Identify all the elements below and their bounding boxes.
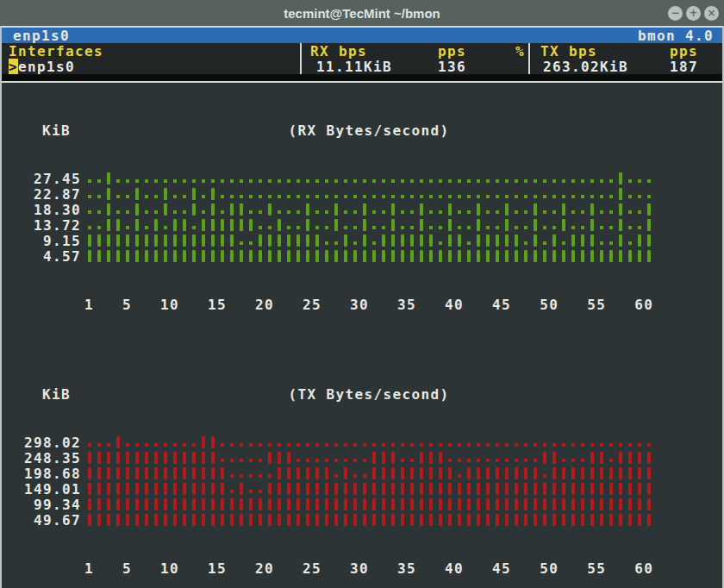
bar-cell xyxy=(473,497,483,512)
bar-cell xyxy=(644,450,653,466)
bar-cell xyxy=(132,466,141,481)
dot-cell xyxy=(227,450,236,466)
y-tick-label: 4.57 xyxy=(7,248,81,265)
dot-cell xyxy=(151,186,160,202)
bar-cell xyxy=(340,512,350,528)
bar-cell xyxy=(274,248,284,264)
dot-cell xyxy=(274,202,284,217)
selection-cursor: > xyxy=(9,59,18,74)
dot-cell xyxy=(625,186,634,202)
dot-cell xyxy=(350,171,359,186)
bar-cell xyxy=(559,512,568,528)
dot-cell xyxy=(350,186,359,202)
dot-cell xyxy=(84,202,94,217)
close-button[interactable]: × xyxy=(704,6,719,21)
bar-cell xyxy=(445,512,454,528)
bar-cell xyxy=(122,233,132,248)
dot-cell xyxy=(369,171,378,186)
dot-cell xyxy=(227,435,236,450)
dot-cell xyxy=(596,233,606,248)
dot-cell xyxy=(587,186,596,202)
bar-cell xyxy=(549,497,559,512)
bar-cell xyxy=(217,233,227,248)
bar-cell xyxy=(217,217,227,233)
dot-cell xyxy=(568,171,577,186)
dot-cell xyxy=(246,481,255,497)
bar-cell xyxy=(644,202,653,217)
window-titlebar[interactable]: tecmint@TecMint ~/bmon − + × xyxy=(0,0,724,26)
bar-cell xyxy=(587,450,596,466)
dot-cell xyxy=(435,233,445,248)
bar-cell xyxy=(407,248,416,264)
dot-cell xyxy=(293,435,303,450)
bar-cell xyxy=(549,466,559,481)
dot-cell xyxy=(284,217,293,233)
dot-cell xyxy=(568,435,577,450)
graph-cells xyxy=(84,481,653,497)
terminal-screen[interactable]: enp1s0 bmon 4.0 Interfaces RX bps pps % … xyxy=(0,26,724,588)
dot-cell xyxy=(464,202,473,217)
tx-graph-rows: 298.02248.35198.68149.0199.3449.67 xyxy=(7,435,722,528)
bar-cell xyxy=(160,186,170,202)
interfaces-panel: Interfaces RX bps pps % TX bps pps > enp… xyxy=(2,43,722,83)
bar-cell xyxy=(540,497,549,512)
bar-cell xyxy=(340,248,350,264)
graph-row: 248.35 xyxy=(7,450,722,466)
bar-cell xyxy=(445,497,454,512)
bar-cell xyxy=(445,481,454,497)
bar-cell xyxy=(198,512,208,528)
bar-cell xyxy=(644,512,653,528)
dot-cell xyxy=(350,217,359,233)
bar-cell xyxy=(388,450,397,466)
bar-cell xyxy=(246,248,255,264)
bar-cell xyxy=(359,248,369,264)
dot-cell xyxy=(521,450,530,466)
bar-cell xyxy=(151,217,160,233)
bar-cell xyxy=(549,512,559,528)
bar-cell xyxy=(634,497,644,512)
bar-cell xyxy=(359,233,369,248)
bar-cell xyxy=(189,466,198,481)
bar-cell xyxy=(236,512,246,528)
bar-cell xyxy=(113,217,122,233)
dot-cell xyxy=(321,202,331,217)
interface-row[interactable]: > enp1s0 11.11KiB 136 263.02KiB 187 xyxy=(2,59,722,74)
tx-x-axis-labels: 1 5 10 15 20 25 30 35 40 45 50 55 60 xyxy=(7,560,722,576)
dot-cell xyxy=(359,171,369,186)
bar-cell xyxy=(236,202,246,217)
dot-cell xyxy=(340,435,350,450)
dot-cell xyxy=(103,435,113,450)
dot-cell xyxy=(84,171,94,186)
dot-cell xyxy=(587,171,596,186)
bar-cell xyxy=(464,466,473,481)
rx-graph-section: KiB (RX Bytes/second) 27.4522.8718.3013.… xyxy=(2,90,722,345)
bar-cell xyxy=(265,202,274,217)
bar-cell xyxy=(265,233,274,248)
header-rx-pps: pps xyxy=(438,43,466,59)
bar-cell xyxy=(540,512,549,528)
maximize-button[interactable]: + xyxy=(686,6,701,21)
bar-cell xyxy=(416,466,426,481)
bar-cell xyxy=(208,202,217,217)
dot-cell xyxy=(634,171,644,186)
bar-cell xyxy=(84,466,94,481)
dot-cell xyxy=(179,202,189,217)
dot-cell xyxy=(265,217,274,233)
bar-cell xyxy=(198,435,208,450)
bar-cell xyxy=(587,233,596,248)
graph-cells xyxy=(84,186,653,202)
dot-cell xyxy=(549,171,559,186)
bar-cell xyxy=(103,233,113,248)
dot-cell xyxy=(255,435,265,450)
bar-cell xyxy=(559,466,568,481)
bar-cell xyxy=(189,186,198,202)
minimize-button[interactable]: − xyxy=(668,6,683,21)
dot-cell xyxy=(198,186,208,202)
dot-cell xyxy=(445,171,454,186)
dot-cell xyxy=(596,171,606,186)
dot-cell xyxy=(634,186,644,202)
graph-row: 198.68 xyxy=(7,466,722,481)
bar-cell xyxy=(255,512,265,528)
dot-cell xyxy=(321,186,331,202)
bar-cell xyxy=(559,202,568,217)
